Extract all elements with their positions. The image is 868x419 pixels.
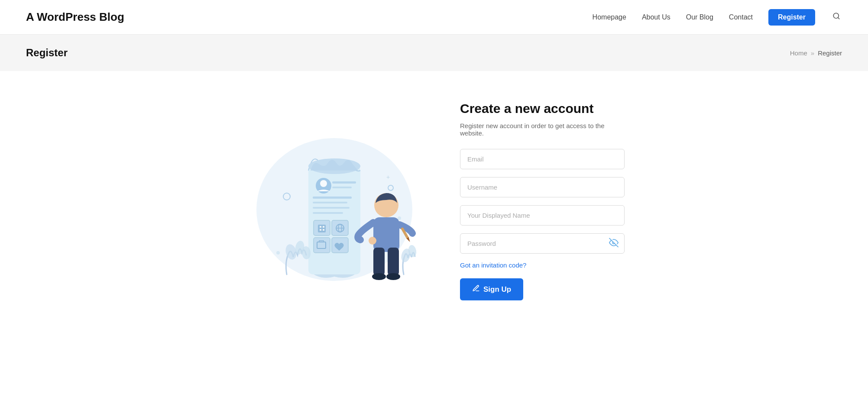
svg-rect-17: [313, 202, 347, 203]
svg-rect-25: [320, 226, 321, 228]
registration-illustration: + +: [243, 110, 425, 292]
nav-our-blog[interactable]: Our Blog: [686, 13, 713, 21]
email-field-wrapper: [460, 149, 625, 169]
email-input[interactable]: [460, 149, 625, 169]
nav-about-us[interactable]: About Us: [642, 13, 670, 21]
breadcrumb-separator: »: [811, 49, 814, 57]
svg-point-41: [369, 237, 376, 245]
form-subtitle: Register new account in order to get acc…: [460, 122, 625, 137]
nav-contact[interactable]: Contact: [729, 13, 753, 21]
display-name-input[interactable]: [460, 205, 625, 226]
username-field-wrapper: [460, 177, 625, 197]
svg-rect-28: [323, 229, 324, 231]
signup-pencil-icon: [472, 284, 480, 294]
svg-rect-22: [314, 238, 330, 253]
main-content: + +: [0, 71, 868, 331]
form-title: Create a new account: [460, 101, 625, 116]
svg-rect-37: [373, 248, 385, 276]
invitation-code-link[interactable]: Got an invitation code?: [460, 261, 625, 269]
page-title: Register: [26, 47, 68, 59]
svg-text:+: +: [386, 174, 390, 180]
main-nav: Homepage About Us Our Blog Contact Regis…: [593, 9, 842, 26]
svg-point-39: [372, 273, 386, 280]
svg-rect-15: [332, 187, 352, 188]
signup-button[interactable]: Sign Up: [460, 278, 523, 300]
breadcrumb-home-link[interactable]: Home: [790, 49, 807, 57]
svg-rect-24: [318, 225, 326, 232]
illustration-area: + +: [243, 110, 425, 292]
svg-line-1: [838, 17, 839, 19]
breadcrumb: Home » Register: [790, 49, 842, 57]
svg-rect-16: [313, 197, 352, 199]
svg-point-7: [398, 216, 401, 220]
svg-rect-14: [332, 181, 356, 184]
breadcrumb-current: Register: [818, 49, 842, 57]
password-toggle-button[interactable]: [609, 238, 619, 249]
svg-rect-27: [320, 229, 321, 231]
eye-off-icon: [609, 238, 619, 247]
svg-point-6: [276, 251, 280, 255]
display-name-field-wrapper: [460, 205, 625, 226]
username-input[interactable]: [460, 177, 625, 197]
svg-rect-18: [313, 207, 350, 209]
site-header: A WordPress Blog Homepage About Us Our B…: [0, 0, 868, 35]
password-field-wrapper: [460, 233, 625, 254]
svg-rect-34: [373, 217, 399, 252]
registration-form-area: Create a new account Register new accoun…: [460, 101, 625, 300]
svg-rect-19: [313, 212, 343, 214]
password-input[interactable]: [460, 233, 625, 254]
signup-button-label: Sign Up: [483, 285, 511, 294]
svg-rect-26: [323, 226, 324, 228]
svg-point-40: [386, 273, 400, 280]
breadcrumb-bar: Register Home » Register: [0, 35, 868, 71]
search-icon[interactable]: [831, 10, 842, 24]
svg-point-13: [320, 180, 327, 187]
svg-rect-38: [388, 248, 399, 276]
site-logo: A WordPress Blog: [26, 10, 124, 24]
password-wrapper: [460, 233, 625, 254]
nav-register-button[interactable]: Register: [768, 9, 815, 26]
nav-homepage[interactable]: Homepage: [593, 13, 626, 21]
